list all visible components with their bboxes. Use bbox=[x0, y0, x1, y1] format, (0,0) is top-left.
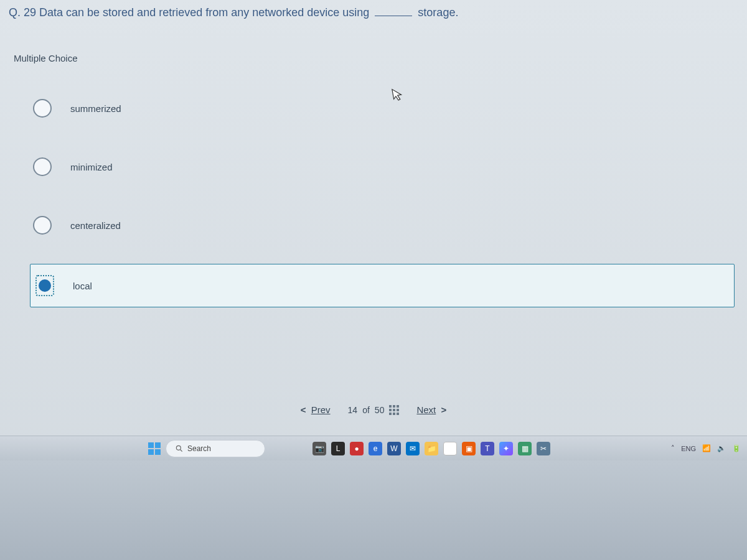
progress-indicator: 14 of 50 bbox=[348, 405, 400, 415]
record-icon[interactable]: ● bbox=[350, 442, 364, 455]
chevron-left-icon: < bbox=[301, 404, 306, 415]
teams-icon[interactable]: T bbox=[481, 442, 494, 455]
app2-icon[interactable]: ▦ bbox=[518, 442, 532, 455]
progress-total: 50 bbox=[375, 405, 385, 415]
radio-icon bbox=[33, 157, 52, 176]
explorer-icon[interactable]: 📁 bbox=[425, 442, 438, 455]
option-centeralized[interactable]: centeralized bbox=[30, 205, 735, 245]
word-icon[interactable]: W bbox=[387, 442, 401, 455]
prev-button[interactable]: < Prev bbox=[298, 404, 331, 415]
taskbar-search[interactable]: Search bbox=[166, 440, 265, 457]
question-text: Q. 29 Data can be stored and retrieved f… bbox=[0, 0, 747, 22]
progress-current: 14 bbox=[348, 405, 358, 415]
radio-selected-icon bbox=[35, 275, 54, 296]
progress-sep: of bbox=[362, 405, 370, 415]
options-list: summerized minimized centeralized local bbox=[0, 63, 747, 307]
volume-icon[interactable]: 🔈 bbox=[717, 444, 726, 452]
edge-icon[interactable]: e bbox=[369, 442, 382, 455]
option-label: minimized bbox=[70, 162, 113, 172]
store-icon[interactable]: ▣ bbox=[462, 442, 476, 455]
option-summerized[interactable]: summerized bbox=[30, 88, 735, 128]
mail-icon[interactable]: ✉ bbox=[406, 442, 420, 455]
svg-line-1 bbox=[181, 449, 182, 451]
search-icon bbox=[175, 444, 184, 453]
grid-icon[interactable] bbox=[389, 405, 399, 415]
camera-icon[interactable]: 📷 bbox=[312, 442, 326, 455]
radio-icon bbox=[33, 99, 52, 118]
desk-surface bbox=[0, 460, 747, 560]
windows-taskbar: Search 📷 L ● e W ✉ 📁 ◐ ▣ T ✦ ▦ ✂ ˄ ENG 📶… bbox=[0, 436, 747, 460]
app-icon[interactable]: L bbox=[331, 442, 345, 455]
radio-icon bbox=[33, 216, 52, 235]
question-prefix: Q. 29 Data can be stored and retrieved f… bbox=[9, 6, 369, 19]
option-minimized[interactable]: minimized bbox=[30, 147, 735, 187]
search-placeholder: Search bbox=[187, 444, 211, 453]
chrome-icon[interactable]: ◐ bbox=[443, 442, 457, 455]
option-label: summerized bbox=[70, 103, 121, 114]
question-suffix: storage. bbox=[418, 6, 458, 19]
svg-point-0 bbox=[176, 446, 181, 450]
system-tray[interactable]: ˄ ENG 📶 🔈 🔋 bbox=[671, 444, 741, 452]
snip-icon[interactable]: ✂ bbox=[537, 442, 550, 455]
copilot-icon[interactable]: ✦ bbox=[499, 442, 513, 455]
chevron-right-icon: > bbox=[441, 404, 446, 415]
option-label: centeralized bbox=[70, 220, 121, 231]
fill-blank bbox=[375, 6, 412, 16]
pagination-bar: < Prev 14 of 50 Next > bbox=[0, 404, 747, 415]
quiz-screen: Q. 29 Data can be stored and retrieved f… bbox=[0, 0, 747, 560]
chevron-up-icon[interactable]: ˄ bbox=[671, 444, 675, 452]
section-label: Multiple Choice bbox=[0, 22, 747, 63]
option-label: local bbox=[73, 281, 92, 291]
option-local[interactable]: local bbox=[30, 264, 735, 307]
language-indicator[interactable]: ENG bbox=[681, 445, 696, 452]
battery-icon[interactable]: 🔋 bbox=[732, 444, 741, 452]
prev-label: Prev bbox=[311, 404, 331, 415]
next-label: Next bbox=[416, 404, 436, 415]
next-button[interactable]: Next > bbox=[416, 404, 449, 415]
start-button[interactable] bbox=[148, 442, 161, 455]
wifi-icon[interactable]: 📶 bbox=[702, 444, 711, 452]
